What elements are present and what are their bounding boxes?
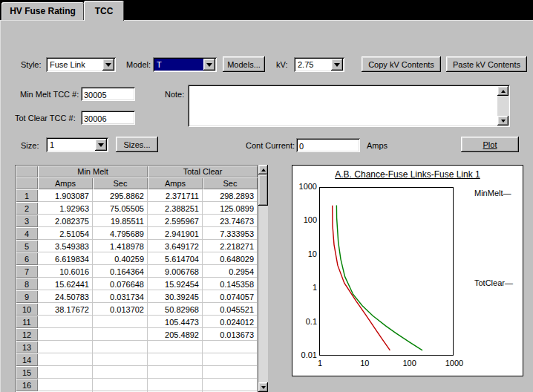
table-cell[interactable] bbox=[38, 366, 93, 379]
table-cell[interactable]: 2.941901 bbox=[148, 227, 203, 240]
row-number-cell[interactable]: 4 bbox=[16, 227, 38, 240]
cont-current-input[interactable] bbox=[296, 138, 360, 152]
size-combo-dropdown-button[interactable] bbox=[95, 139, 107, 151]
row-number-cell[interactable]: 11 bbox=[16, 316, 38, 328]
table-cell[interactable] bbox=[38, 379, 93, 391]
table-cell[interactable]: 2.595967 bbox=[148, 215, 203, 227]
table-cell[interactable] bbox=[93, 341, 148, 353]
table-cell[interactable]: 125.0899 bbox=[203, 202, 258, 215]
table-cell[interactable]: 15.62441 bbox=[38, 278, 93, 290]
table-cell[interactable]: 0.013673 bbox=[203, 328, 258, 341]
table-scrollbar-thumb[interactable] bbox=[258, 174, 268, 206]
kv-combo-dropdown-button[interactable] bbox=[331, 59, 343, 71]
table-cell[interactable]: 0.145358 bbox=[203, 278, 258, 290]
table-cell[interactable]: 1.903087 bbox=[38, 189, 93, 202]
note-field[interactable] bbox=[188, 85, 510, 127]
table-cell[interactable]: 0.2954 bbox=[203, 265, 258, 278]
row-number-cell[interactable]: 15 bbox=[16, 366, 38, 379]
note-scroll-down-button[interactable] bbox=[497, 116, 509, 125]
table-cell[interactable]: 0.076648 bbox=[93, 278, 148, 290]
note-scrollbar[interactable] bbox=[497, 86, 509, 125]
table-cell[interactable] bbox=[93, 353, 148, 366]
table-cell[interactable]: 15.92454 bbox=[148, 278, 203, 290]
plot-button[interactable]: Plot bbox=[461, 137, 519, 152]
table-cell[interactable]: 2.218271 bbox=[203, 240, 258, 252]
table-cell[interactable]: 0.024012 bbox=[203, 316, 258, 328]
table-cell[interactable] bbox=[203, 379, 258, 391]
table-cell[interactable]: 0.074057 bbox=[203, 290, 258, 303]
table-cell[interactable]: 205.4892 bbox=[148, 328, 203, 341]
tot-clear-tcc-input[interactable] bbox=[81, 111, 135, 125]
row-number-cell[interactable]: 6 bbox=[16, 252, 38, 265]
table-cell[interactable]: 0.031734 bbox=[93, 290, 148, 303]
table-cell[interactable] bbox=[93, 379, 148, 391]
table-cell[interactable]: 24.50783 bbox=[38, 290, 93, 303]
table-cell[interactable]: 0.013702 bbox=[93, 303, 148, 316]
table-scroll-up-button[interactable] bbox=[258, 165, 268, 174]
table-cell[interactable] bbox=[203, 353, 258, 366]
table-cell[interactable] bbox=[203, 341, 258, 353]
table-cell[interactable] bbox=[38, 316, 93, 328]
table-cell[interactable]: 0.648029 bbox=[203, 252, 258, 265]
sizes-button[interactable]: Sizes... bbox=[116, 137, 158, 152]
table-cell[interactable] bbox=[203, 366, 258, 379]
table-cell[interactable]: 23.74673 bbox=[203, 215, 258, 227]
table-cell[interactable]: 30.39245 bbox=[148, 290, 203, 303]
model-combo-dropdown-button[interactable] bbox=[203, 59, 215, 71]
row-number-cell[interactable]: 8 bbox=[16, 278, 38, 290]
table-cell[interactable]: 1.92963 bbox=[38, 202, 93, 215]
style-combo[interactable]: Fuse Link bbox=[46, 57, 116, 72]
table-cell[interactable]: 2.082375 bbox=[38, 215, 93, 227]
table-cell[interactable]: 2.51054 bbox=[38, 227, 93, 240]
table-cell[interactable] bbox=[93, 316, 148, 328]
model-combo[interactable]: T bbox=[153, 57, 217, 72]
row-number-cell[interactable]: 16 bbox=[16, 379, 38, 391]
table-cell[interactable] bbox=[93, 328, 148, 341]
min-melt-tcc-input[interactable] bbox=[81, 87, 135, 101]
table-cell[interactable]: 298.2893 bbox=[203, 189, 258, 202]
table-cell[interactable] bbox=[148, 353, 203, 366]
row-number-cell[interactable]: 7 bbox=[16, 265, 38, 278]
table-cell[interactable]: 50.82968 bbox=[148, 303, 203, 316]
table-cell[interactable] bbox=[148, 379, 203, 391]
table-cell[interactable]: 0.40259 bbox=[93, 252, 148, 265]
style-combo-dropdown-button[interactable] bbox=[102, 59, 114, 71]
table-cell[interactable]: 9.006768 bbox=[148, 265, 203, 278]
kv-combo[interactable]: 2.75 bbox=[294, 57, 344, 72]
table-cell[interactable]: 75.05505 bbox=[93, 202, 148, 215]
copy-kv-contents-button[interactable]: Copy kV Contents bbox=[362, 56, 441, 72]
table-scroll-down-button[interactable] bbox=[258, 382, 268, 392]
size-combo[interactable]: 1 bbox=[46, 137, 108, 152]
table-cell[interactable] bbox=[148, 366, 203, 379]
row-number-cell[interactable]: 2 bbox=[16, 202, 38, 215]
row-number-cell[interactable]: 13 bbox=[16, 341, 38, 353]
models-button[interactable]: Models... bbox=[223, 56, 265, 72]
paste-kv-contents-button[interactable]: Paste kV Contents bbox=[446, 56, 527, 72]
table-scrollbar[interactable] bbox=[258, 165, 268, 392]
table-cell[interactable]: 10.6016 bbox=[38, 265, 93, 278]
row-number-cell[interactable]: 5 bbox=[16, 240, 38, 252]
tab-tcc[interactable]: TCC bbox=[84, 1, 124, 21]
table-cell[interactable]: 0.164364 bbox=[93, 265, 148, 278]
note-scroll-up-button[interactable] bbox=[497, 86, 509, 96]
row-number-cell[interactable]: 10 bbox=[16, 303, 38, 316]
table-cell[interactable]: 19.85511 bbox=[93, 215, 148, 227]
table-cell[interactable] bbox=[93, 366, 148, 379]
table-cell[interactable]: 38.17672 bbox=[38, 303, 93, 316]
table-cell[interactable]: 6.619834 bbox=[38, 252, 93, 265]
table-cell[interactable]: 4.795689 bbox=[93, 227, 148, 240]
row-number-cell[interactable]: 1 bbox=[16, 189, 38, 202]
table-cell[interactable]: 105.4473 bbox=[148, 316, 203, 328]
table-cell[interactable] bbox=[148, 341, 203, 353]
table-cell[interactable] bbox=[38, 341, 93, 353]
row-number-cell[interactable]: 3 bbox=[16, 215, 38, 227]
table-cell[interactable] bbox=[38, 353, 93, 366]
table-cell[interactable]: 3.649172 bbox=[148, 240, 203, 252]
row-number-cell[interactable]: 14 bbox=[16, 353, 38, 366]
table-cell[interactable]: 2.388251 bbox=[148, 202, 203, 215]
table-cell[interactable] bbox=[38, 328, 93, 341]
table-cell[interactable]: 7.333953 bbox=[203, 227, 258, 240]
table-cell[interactable]: 0.045521 bbox=[203, 303, 258, 316]
table-cell[interactable]: 295.8862 bbox=[93, 189, 148, 202]
table-cell[interactable]: 1.418978 bbox=[93, 240, 148, 252]
